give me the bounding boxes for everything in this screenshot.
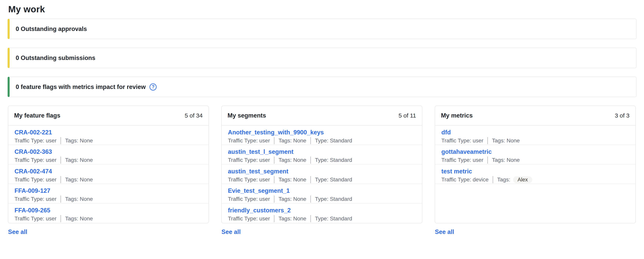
card-count: 5 of 11 — [398, 112, 416, 119]
feature-flags-column: My feature flags 5 of 34 CRA-002-221 Tra… — [8, 106, 209, 236]
meta-traffic-type: Traffic Type: user — [228, 138, 270, 144]
list-item: FFA-009-127 Traffic Type: userTags: None — [8, 184, 208, 203]
meta-traffic-type: Traffic Type: user — [14, 176, 56, 182]
meta-tags: Tags: None — [65, 157, 93, 163]
banner-outstanding-approvals: 0 Outstanding approvals — [8, 18, 636, 39]
segment-link[interactable]: Another_testing_with_9900_keys — [228, 128, 324, 136]
meta-separator — [488, 137, 488, 144]
segment-link[interactable]: friendly_customers_2 — [228, 206, 291, 214]
meta-tags: Tags: None — [492, 157, 520, 163]
meta-tags: Tags: None — [278, 196, 306, 202]
feature-flag-link[interactable]: FFA-009-265 — [14, 206, 50, 214]
list-item: austin_test_l_segment Traffic Type: user… — [222, 145, 422, 164]
metric-link[interactable]: test metric — [441, 168, 472, 175]
segment-link[interactable]: austin_test_l_segment — [228, 148, 294, 156]
meta-type: Type: Standard — [315, 216, 352, 222]
feature-flags-card: My feature flags 5 of 34 CRA-002-221 Tra… — [8, 106, 209, 223]
meta-traffic-type: Traffic Type: user — [441, 138, 483, 144]
item-meta: Traffic Type: userTags: None — [14, 196, 202, 202]
banner-label: 0 Outstanding submissions — [16, 54, 96, 62]
meta-separator — [274, 137, 274, 144]
segment-link[interactable]: austin_test_segment — [228, 168, 288, 175]
meta-separator — [488, 156, 488, 164]
item-meta: Traffic Type: userTags: None — [14, 137, 202, 144]
meta-traffic-type: Traffic Type: user — [228, 157, 270, 163]
banner-accent-bar — [8, 19, 10, 39]
segments-card: My segments 5 of 11 Another_testing_with… — [221, 106, 422, 223]
tag-badge: Alex — [513, 176, 532, 183]
meta-tags: Tags: — [497, 176, 510, 182]
card-header: My segments 5 of 11 — [222, 106, 422, 126]
feature-flag-link[interactable]: CRA-002-363 — [14, 148, 52, 156]
card-title: My feature flags — [14, 112, 60, 119]
my-work-page: My work 0 Outstanding approvals 0 Outsta… — [0, 0, 644, 236]
list-item: test metric Traffic Type: deviceTags:Ale… — [435, 164, 636, 184]
card-count: 3 of 3 — [615, 112, 630, 119]
meta-tags: Tags: None — [65, 138, 93, 144]
meta-type: Type: Standard — [315, 196, 352, 202]
page-title: My work — [8, 4, 636, 14]
metric-link[interactable]: gottahaveametric — [441, 148, 492, 156]
metric-link[interactable]: dfd — [441, 128, 451, 136]
item-meta: Traffic Type: userTags: NoneType: Standa… — [228, 137, 416, 144]
status-banners: 0 Outstanding approvals 0 Outstanding su… — [8, 18, 636, 97]
meta-tags: Tags: None — [278, 157, 306, 163]
list-item: friendly_customers_2 Traffic Type: userT… — [222, 204, 422, 223]
meta-separator — [310, 196, 311, 202]
banner-accent-bar — [8, 77, 10, 97]
feature-flags-list: CRA-002-221 Traffic Type: userTags: None… — [8, 126, 208, 223]
meta-separator — [60, 215, 61, 222]
item-meta: Traffic Type: deviceTags:Alex — [441, 176, 629, 183]
list-item: austin_test_segment Traffic Type: userTa… — [222, 164, 422, 184]
meta-type: Type: Standard — [315, 176, 352, 182]
help-icon[interactable]: ? — [150, 84, 156, 90]
meta-type: Type: Standard — [315, 138, 352, 144]
meta-traffic-type: Traffic Type: user — [14, 216, 56, 222]
item-meta: Traffic Type: userTags: NoneType: Standa… — [228, 176, 416, 183]
card-count: 5 of 34 — [184, 112, 203, 119]
list-item: CRA-002-363 Traffic Type: userTags: None — [8, 145, 208, 164]
meta-separator — [60, 137, 61, 144]
segment-link[interactable]: Evie_test_segment_1 — [228, 187, 290, 195]
meta-traffic-type: Traffic Type: user — [14, 157, 56, 163]
banner-label: 0 Outstanding approvals — [16, 26, 87, 32]
meta-traffic-type: Traffic Type: user — [228, 196, 270, 202]
meta-tags: Tags: None — [278, 176, 306, 182]
feature-flag-link[interactable]: CRA-002-474 — [14, 168, 52, 175]
meta-separator — [310, 215, 311, 222]
see-all-segments-link[interactable]: See all — [222, 228, 241, 236]
meta-tags: Tags: None — [65, 216, 93, 222]
item-meta: Traffic Type: userTags: None — [14, 176, 202, 183]
item-meta: Traffic Type: userTags: NoneType: Standa… — [228, 156, 416, 164]
item-meta: Traffic Type: userTags: NoneType: Standa… — [228, 196, 416, 202]
see-all-metrics-link[interactable]: See all — [435, 228, 454, 236]
summary-cards: My feature flags 5 of 34 CRA-002-221 Tra… — [8, 106, 636, 236]
metrics-list: dfd Traffic Type: userTags: None gottaha… — [435, 126, 636, 223]
meta-separator — [310, 176, 311, 183]
card-title: My segments — [228, 112, 266, 119]
meta-tags: Tags: None — [492, 138, 520, 144]
list-item: Another_testing_with_9900_keys Traffic T… — [222, 126, 422, 145]
meta-tags: Tags: None — [65, 196, 93, 202]
meta-traffic-type: Traffic Type: user — [14, 138, 56, 144]
list-item: gottahaveametric Traffic Type: userTags:… — [435, 145, 636, 164]
feature-flag-link[interactable]: FFA-009-127 — [14, 187, 50, 195]
metrics-card: My metrics 3 of 3 dfd Traffic Type: user… — [435, 106, 636, 223]
empty-space — [435, 184, 636, 223]
card-header: My metrics 3 of 3 — [435, 106, 636, 126]
meta-separator — [274, 196, 274, 202]
meta-tags: Tags: None — [278, 216, 306, 222]
meta-tags: Tags: None — [65, 176, 93, 182]
item-meta: Traffic Type: userTags: None — [441, 156, 629, 164]
item-meta: Traffic Type: userTags: NoneType: Standa… — [228, 215, 416, 222]
list-item: CRA-002-221 Traffic Type: userTags: None — [8, 126, 208, 145]
feature-flag-link[interactable]: CRA-002-221 — [14, 128, 52, 136]
see-all-feature-flags-link[interactable]: See all — [8, 228, 27, 236]
meta-tags: Tags: None — [278, 138, 306, 144]
meta-separator — [310, 156, 311, 164]
meta-separator — [60, 176, 61, 183]
segments-list: Another_testing_with_9900_keys Traffic T… — [222, 126, 422, 223]
meta-separator — [310, 137, 311, 144]
meta-separator — [274, 215, 274, 222]
meta-separator — [493, 176, 493, 183]
